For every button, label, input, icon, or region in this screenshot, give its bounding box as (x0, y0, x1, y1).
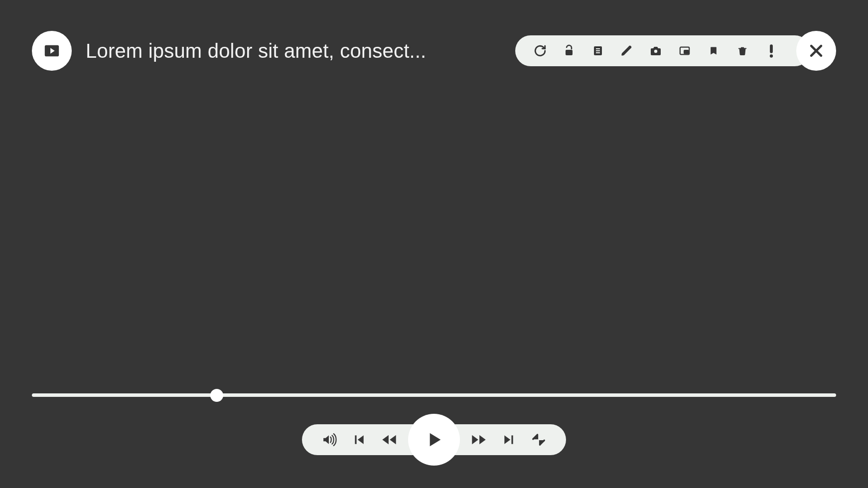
trash-button[interactable] (735, 44, 749, 58)
svg-rect-13 (355, 435, 356, 444)
lock-open-icon (563, 44, 575, 57)
alert-button[interactable] (764, 44, 778, 58)
bookmark-icon (709, 44, 719, 57)
fast-forward-button[interactable] (471, 432, 486, 447)
header-right (515, 31, 836, 71)
progress-thumb[interactable] (210, 389, 223, 402)
notes-button[interactable] (591, 44, 605, 58)
fast-forward-icon (471, 434, 487, 446)
title-group: Lorem ipsum dolor sit amet, consect... (32, 31, 426, 71)
refresh-icon (534, 44, 547, 57)
svg-rect-8 (738, 48, 747, 49)
pip-button[interactable] (678, 44, 692, 58)
video-title: Lorem ipsum dolor sit amet, consect... (86, 40, 426, 62)
trash-icon (737, 44, 748, 57)
skip-previous-button[interactable] (352, 432, 367, 447)
play-icon (424, 429, 444, 451)
lock-button[interactable] (562, 44, 576, 58)
svg-rect-9 (770, 44, 773, 53)
volume-button[interactable] (322, 432, 337, 447)
camera-button[interactable] (649, 44, 663, 58)
svg-point-5 (654, 50, 657, 53)
edit-icon (620, 44, 633, 57)
progress-track[interactable] (32, 393, 836, 397)
play-button[interactable] (408, 414, 460, 466)
progress-bar[interactable] (32, 393, 836, 397)
rewind-icon (381, 434, 397, 446)
collapse-icon (531, 432, 546, 447)
header: Lorem ipsum dolor sit amet, consect... (32, 31, 836, 71)
svg-rect-14 (511, 435, 513, 444)
close-button[interactable] (796, 31, 836, 71)
svg-point-10 (770, 54, 773, 57)
skip-next-icon (502, 433, 516, 446)
skip-previous-icon (352, 433, 366, 446)
edit-button[interactable] (620, 44, 634, 58)
pip-icon (678, 45, 692, 56)
volume-icon (321, 433, 337, 446)
collapse-button[interactable] (531, 432, 546, 447)
camera-icon (649, 45, 663, 57)
alert-icon (769, 44, 774, 58)
close-icon (808, 42, 825, 59)
player-controls (302, 424, 566, 455)
bookmark-button[interactable] (707, 44, 721, 58)
rewind-button[interactable] (382, 432, 397, 447)
app-badge (32, 31, 72, 71)
svg-rect-7 (684, 50, 688, 53)
notes-icon (592, 44, 604, 57)
svg-rect-0 (566, 50, 573, 55)
toolbar (515, 35, 810, 66)
refresh-button[interactable] (533, 44, 547, 58)
skip-next-button[interactable] (501, 432, 516, 447)
play-badge-icon (43, 42, 60, 59)
